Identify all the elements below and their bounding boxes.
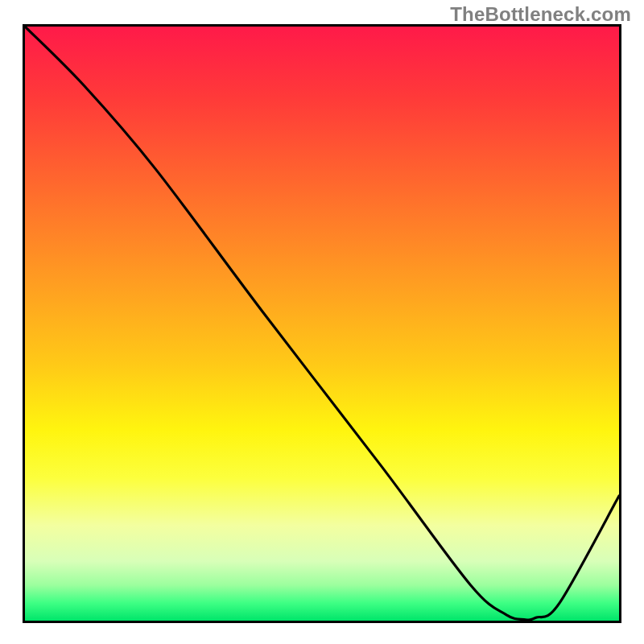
plot-area [23,24,621,623]
minimum-marker [498,621,558,624]
bottleneck-curve [25,27,619,621]
watermark-text: TheBottleneck.com [450,3,631,26]
